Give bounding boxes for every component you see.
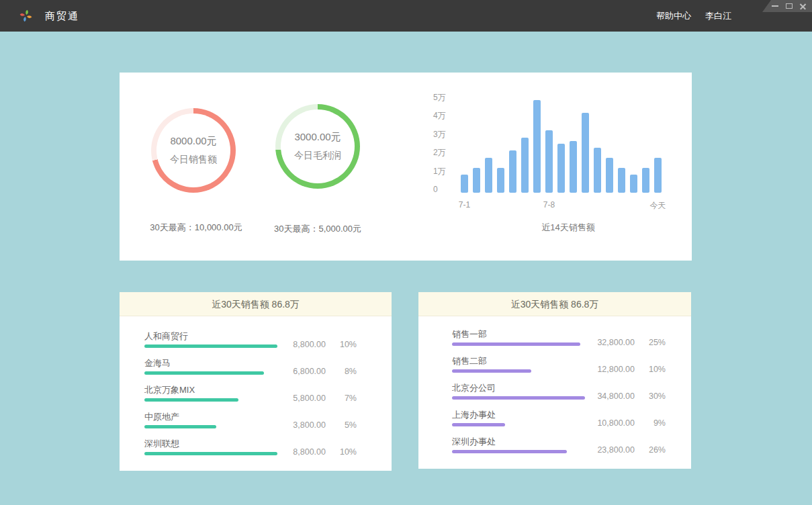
ranking-item-amount: 12,800.00 bbox=[581, 365, 635, 374]
ranking-item-percent: 9% bbox=[643, 418, 666, 428]
ranking-row: 中原地产3,800.005% bbox=[144, 411, 357, 438]
title-bar: 商贸通 帮助中心 李白江 bbox=[0, 0, 812, 32]
close-icon[interactable] bbox=[800, 3, 806, 9]
ranking-item-percent: 26% bbox=[643, 445, 666, 455]
chart-bar bbox=[461, 175, 468, 193]
ranking-item-amount: 6,800.00 bbox=[272, 367, 326, 376]
maximize-icon[interactable] bbox=[786, 3, 793, 9]
ranking-item-values: 3,800.005% bbox=[272, 420, 357, 430]
ranking-item-percent: 25% bbox=[643, 338, 666, 347]
customer-ranking-title: 近30天销售额 86.8万 bbox=[120, 292, 392, 316]
today-sales-label: 今日销售额 bbox=[170, 154, 217, 166]
ranking-item-percent: 7% bbox=[334, 394, 357, 403]
x-tick-label: 7-1 bbox=[459, 200, 470, 210]
ranking-item-bar bbox=[452, 396, 585, 400]
chart-bar bbox=[557, 144, 565, 193]
ranking-item-amount: 5,800.00 bbox=[272, 394, 326, 403]
ranking-item-bar bbox=[144, 371, 264, 375]
ranking-item-percent: 30% bbox=[643, 392, 666, 401]
y-tick-label: 5万 bbox=[433, 92, 446, 103]
ranking-item-bar bbox=[144, 425, 216, 428]
today-profit-gauge: 3000.00元 今日毛利润 bbox=[275, 104, 360, 189]
ranking-item-bar bbox=[144, 452, 277, 455]
ranking-item-values: 34,800.0030% bbox=[581, 392, 666, 401]
help-center-link[interactable]: 帮助中心 bbox=[656, 0, 691, 32]
x-tick-label: 今天 bbox=[650, 200, 666, 212]
ranking-row: 北京万象MIX5,800.007% bbox=[144, 384, 357, 411]
profit-30day-max-caption: 30天最高：5,000.00元 bbox=[251, 223, 385, 235]
ranking-row: 销售一部32,800.0025% bbox=[452, 328, 666, 355]
ranking-item-bar bbox=[452, 369, 531, 373]
ranking-item-values: 10,800.009% bbox=[581, 418, 666, 428]
today-sales-gauge: 8000.00元 今日销售额 bbox=[151, 108, 236, 193]
chart-bar bbox=[654, 158, 662, 193]
y-tick-label: 1万 bbox=[433, 166, 446, 177]
chart-title: 近14天销售额 bbox=[461, 222, 676, 234]
ranking-item-bar bbox=[144, 345, 277, 348]
chart-bar bbox=[642, 168, 649, 193]
sales-14day-bar-chart bbox=[461, 91, 669, 193]
ranking-item-amount: 23,800.00 bbox=[581, 445, 635, 455]
ranking-item-label: 上海办事处 bbox=[452, 409, 496, 421]
chart-bar bbox=[497, 168, 504, 193]
ranking-item-percent: 8% bbox=[334, 367, 357, 376]
ranking-item-label: 深圳联想 bbox=[144, 438, 179, 450]
ranking-item-amount: 32,800.00 bbox=[581, 338, 635, 347]
today-profit-label: 今日毛利润 bbox=[294, 150, 341, 162]
ranking-item-amount: 34,800.00 bbox=[581, 392, 635, 401]
ranking-item-amount: 10,800.00 bbox=[581, 418, 635, 428]
ranking-item-values: 6,800.008% bbox=[272, 367, 357, 376]
ranking-item-label: 金海马 bbox=[144, 357, 171, 369]
ranking-row: 上海办事处10,800.009% bbox=[452, 409, 666, 436]
chart-bar bbox=[473, 168, 480, 193]
chart-bar bbox=[521, 138, 529, 193]
ranking-row: 人和商贸行8,800.0010% bbox=[144, 330, 357, 357]
ranking-row: 销售二部12,800.0010% bbox=[452, 355, 666, 382]
y-tick-label: 3万 bbox=[433, 129, 446, 140]
department-ranking-title: 近30天销售额 86.8万 bbox=[418, 292, 691, 316]
chart-bar bbox=[509, 150, 516, 193]
app-title: 商贸通 bbox=[45, 0, 79, 32]
ranking-item-bar bbox=[452, 423, 505, 426]
ranking-item-percent: 10% bbox=[334, 447, 357, 457]
ranking-item-amount: 8,800.00 bbox=[272, 340, 326, 349]
minimize-icon[interactable] bbox=[772, 5, 778, 7]
ranking-item-percent: 10% bbox=[334, 340, 357, 349]
chart-bar bbox=[485, 158, 492, 193]
ranking-item-bar bbox=[144, 398, 238, 402]
chart-bar bbox=[630, 175, 637, 193]
ranking-item-values: 8,800.0010% bbox=[272, 447, 357, 457]
ranking-item-percent: 10% bbox=[643, 365, 666, 374]
ranking-item-bar bbox=[452, 342, 580, 346]
user-name-link[interactable]: 李白江 bbox=[705, 0, 731, 32]
chart-bar bbox=[582, 113, 589, 193]
today-profit-value: 3000.00元 bbox=[294, 131, 341, 144]
window-controls bbox=[762, 0, 812, 12]
y-tick-label: 4万 bbox=[433, 110, 446, 121]
ranking-item-values: 23,800.0026% bbox=[581, 445, 666, 455]
ranking-item-bar bbox=[452, 450, 567, 453]
sales-30day-max-caption: 30天最高：10,000.00元 bbox=[129, 222, 263, 234]
ranking-item-label: 北京万象MIX bbox=[144, 384, 195, 396]
ranking-item-label: 中原地产 bbox=[144, 411, 179, 423]
customer-ranking-card: 近30天销售额 86.8万 人和商贸行8,800.0010%金海马6,800.0… bbox=[120, 292, 392, 471]
chart-bar bbox=[533, 100, 541, 193]
customer-ranking-list: 人和商贸行8,800.0010%金海马6,800.008%北京万象MIX5,80… bbox=[120, 316, 392, 465]
ranking-item-label: 销售一部 bbox=[452, 328, 487, 340]
y-tick-label: 0 bbox=[433, 184, 438, 195]
ranking-item-values: 32,800.0025% bbox=[581, 338, 666, 347]
ranking-row: 深圳办事处23,800.0026% bbox=[452, 436, 666, 463]
chart-bar bbox=[594, 148, 601, 193]
ranking-item-label: 销售二部 bbox=[452, 355, 487, 367]
chart-bar bbox=[545, 130, 553, 193]
y-tick-label: 2万 bbox=[433, 147, 446, 158]
chart-bar bbox=[606, 158, 613, 193]
x-tick-label: 7-8 bbox=[543, 200, 555, 210]
ranking-item-label: 人和商贸行 bbox=[144, 330, 188, 342]
ranking-row: 金海马6,800.008% bbox=[144, 357, 357, 384]
ranking-item-label: 深圳办事处 bbox=[452, 436, 496, 448]
chart-bar bbox=[570, 141, 577, 193]
chart-bar bbox=[618, 168, 625, 193]
department-ranking-list: 销售一部32,800.0025%销售二部12,800.0010%北京分公司34,… bbox=[418, 316, 691, 463]
ranking-row: 深圳联想8,800.0010% bbox=[144, 438, 357, 465]
